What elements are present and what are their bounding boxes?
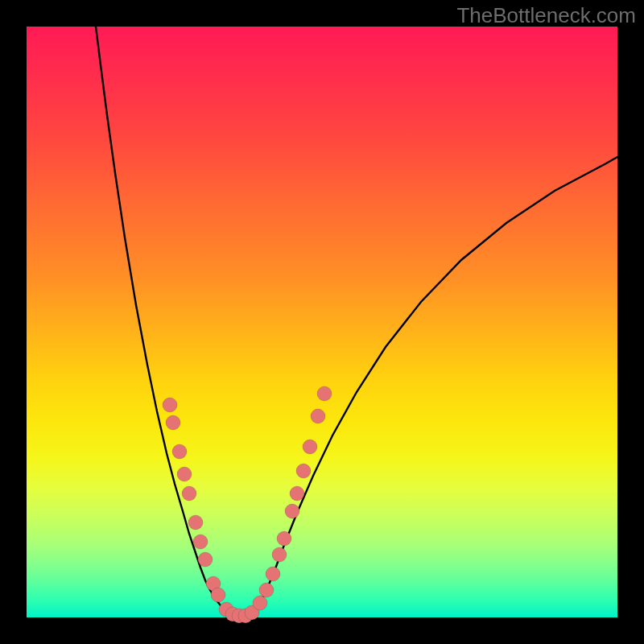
bottleneck-curve <box>96 27 617 616</box>
data-dot <box>163 398 177 412</box>
data-dot <box>198 552 213 567</box>
data-dot <box>172 444 187 459</box>
data-dot <box>296 464 311 478</box>
outer-frame: TheBottleneck.com <box>0 0 644 644</box>
data-dot <box>277 531 291 546</box>
data-dot <box>285 504 299 518</box>
data-dot <box>303 440 317 454</box>
data-dot <box>193 535 208 549</box>
data-dots <box>163 386 332 623</box>
data-dot <box>182 486 196 501</box>
data-dot <box>211 588 225 602</box>
data-dot <box>266 567 280 581</box>
chart-svg <box>27 27 617 617</box>
data-dot <box>177 467 192 481</box>
plot-area <box>27 27 617 617</box>
data-dot <box>188 515 203 530</box>
data-dot <box>259 583 274 597</box>
data-dot <box>317 386 332 401</box>
data-dot <box>290 486 304 501</box>
data-dot <box>272 547 287 562</box>
watermark-text: TheBottleneck.com <box>456 3 636 28</box>
data-dot <box>253 596 267 610</box>
data-dot <box>166 415 180 430</box>
data-dot <box>311 409 325 423</box>
